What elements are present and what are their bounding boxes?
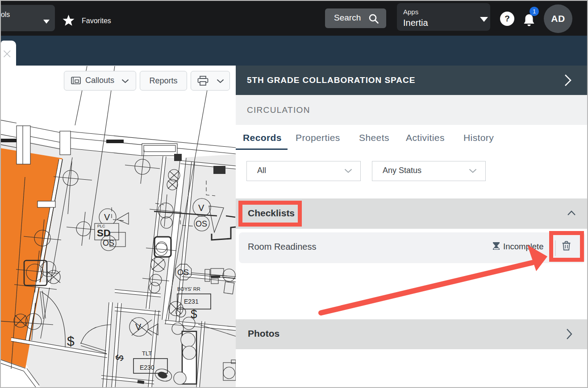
svg-text:OS: OS (103, 239, 114, 248)
svg-text:$: $ (191, 307, 197, 321)
svg-text:V: V (104, 212, 110, 222)
svg-text:V: V (198, 203, 204, 213)
svg-text:OS: OS (196, 219, 207, 228)
svg-text:E231: E231 (184, 298, 199, 305)
svg-text:BOYS' RR: BOYS' RR (177, 286, 200, 292)
svg-text:E230: E230 (140, 364, 154, 371)
svg-text:TLT: TLT (142, 350, 152, 357)
svg-text:$: $ (67, 334, 75, 348)
svg-text:OS: OS (177, 268, 189, 277)
